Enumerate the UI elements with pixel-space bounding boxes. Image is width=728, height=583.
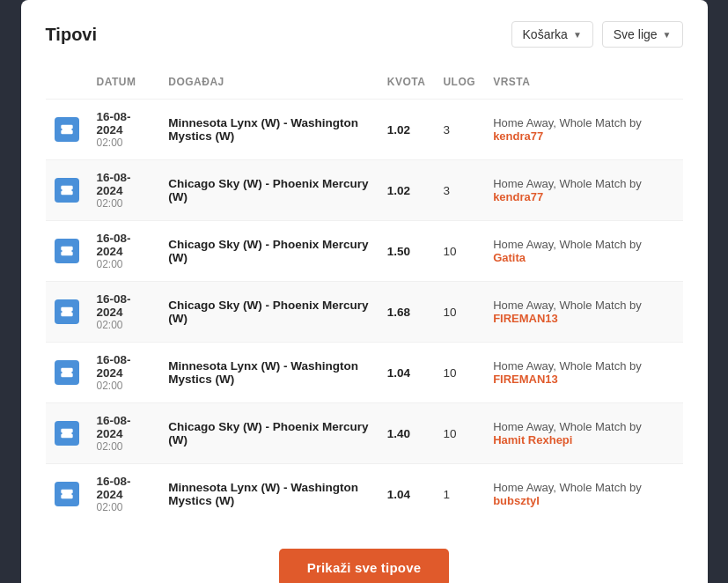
ticket-icon-cell (46, 282, 88, 343)
user-link[interactable]: Gatita (493, 251, 526, 264)
col-datum: DATUM (88, 69, 160, 100)
date-cell: 16-08-2024 02:00 (88, 100, 160, 160)
table-row: 16-08-2024 02:00 Chicago Sky (W) - Phoen… (46, 403, 683, 464)
ticket-svg (60, 426, 74, 440)
user-link[interactable]: kendra77 (493, 190, 543, 203)
date-value: 16-08-2024 (97, 353, 151, 380)
event-cell: Chicago Sky (W) - Phoenix Mercury (W) (159, 221, 379, 282)
kvota-cell: 1.50 (379, 221, 435, 282)
time-value: 02:00 (97, 137, 151, 149)
date-cell: 16-08-2024 02:00 (88, 221, 160, 282)
vrsta-cell: Home Away, Whole Match by kendra77 (484, 160, 682, 221)
date-value: 16-08-2024 (97, 110, 151, 137)
tipovi-table: DATUM DOGAĐAJ KVOTA ULOG VRSTA 16-08-202… (46, 69, 683, 524)
ulog-cell: 10 (434, 221, 484, 282)
col-icon (46, 69, 88, 100)
kvota-cell: 1.40 (379, 403, 435, 464)
date-cell: 16-08-2024 02:00 (88, 160, 160, 221)
table-row: 16-08-2024 02:00 Minnesota Lynx (W) - Wa… (46, 464, 683, 525)
user-link[interactable]: kendra77 (493, 129, 543, 143)
ticket-icon (55, 299, 79, 324)
ulog-cell: 10 (434, 282, 484, 343)
col-kvota: KVOTA (379, 69, 435, 100)
event-cell: Minnesota Lynx (W) - Washington Mystics … (159, 464, 379, 525)
date-value: 16-08-2024 (97, 414, 151, 440)
col-ulog: ULOG (434, 69, 484, 100)
chevron-down-icon: ▼ (573, 30, 582, 40)
filter-basketball[interactable]: Košarka ▼ (511, 21, 593, 48)
page-title: Tipovi (46, 25, 98, 45)
ticket-svg (60, 487, 74, 501)
ulog-cell: 3 (434, 160, 484, 221)
table-row: 16-08-2024 02:00 Chicago Sky (W) - Phoen… (46, 282, 683, 343)
col-dogadjaj: DOGAĐAJ (159, 69, 379, 100)
vrsta-cell: Home Away, Whole Match by FIREMAN13 (484, 343, 682, 403)
ulog-cell: 3 (434, 100, 484, 160)
time-value: 02:00 (97, 197, 151, 210)
date-cell: 16-08-2024 02:00 (88, 282, 160, 343)
date-value: 16-08-2024 (97, 232, 151, 258)
time-value: 02:00 (97, 258, 151, 270)
ulog-cell: 1 (434, 464, 484, 525)
vrsta-cell: Home Away, Whole Match by Gatita (484, 221, 682, 282)
user-link[interactable]: bubsztyl (493, 494, 540, 507)
ticket-icon-cell (46, 100, 88, 160)
ticket-svg (60, 305, 74, 319)
event-cell: Minnesota Lynx (W) - Washington Mystics … (159, 100, 379, 160)
ticket-icon (55, 178, 79, 203)
ticket-icon-cell (46, 221, 88, 282)
user-link[interactable]: FIREMAN13 (493, 373, 558, 386)
ticket-icon (55, 482, 79, 506)
kvota-cell: 1.04 (379, 343, 435, 403)
user-link[interactable]: FIREMAN13 (493, 312, 558, 325)
filter-group: Košarka ▼ Sve lige ▼ (511, 21, 683, 48)
date-cell: 16-08-2024 02:00 (88, 343, 160, 403)
ticket-svg (60, 183, 74, 197)
table-row: 16-08-2024 02:00 Minnesota Lynx (W) - Wa… (46, 343, 683, 403)
date-value: 16-08-2024 (97, 171, 151, 197)
time-value: 02:00 (97, 501, 151, 513)
date-cell: 16-08-2024 02:00 (88, 464, 160, 525)
table-row: 16-08-2024 02:00 Chicago Sky (W) - Phoen… (46, 221, 683, 282)
ticket-icon (55, 360, 79, 385)
ticket-icon (55, 239, 79, 263)
user-link[interactable]: Hamit Rexhepi (493, 433, 572, 446)
ticket-svg (60, 365, 74, 380)
vrsta-cell: Home Away, Whole Match by kendra77 (484, 100, 682, 160)
event-cell: Minnesota Lynx (W) - Washington Mystics … (159, 343, 379, 403)
ticket-svg (60, 122, 74, 137)
kvota-cell: 1.02 (379, 160, 435, 221)
vrsta-cell: Home Away, Whole Match by bubsztyl (484, 464, 682, 525)
vrsta-cell: Home Away, Whole Match by Hamit Rexhepi (484, 403, 682, 464)
ticket-icon (55, 421, 79, 446)
chevron-down-icon2: ▼ (663, 30, 672, 40)
kvota-cell: 1.68 (379, 282, 435, 343)
kvota-cell: 1.02 (379, 100, 435, 160)
table-row: 16-08-2024 02:00 Minnesota Lynx (W) - Wa… (46, 100, 683, 160)
ticket-icon-cell (46, 160, 88, 221)
ticket-icon-cell (46, 464, 88, 525)
table-row: 16-08-2024 02:00 Chicago Sky (W) - Phoen… (46, 160, 683, 221)
ulog-cell: 10 (434, 343, 484, 403)
kvota-cell: 1.04 (379, 464, 435, 525)
time-value: 02:00 (97, 319, 151, 331)
date-value: 16-08-2024 (97, 475, 151, 501)
ulog-cell: 10 (434, 403, 484, 464)
filter-leagues-label: Sve lige (614, 27, 658, 41)
filter-leagues[interactable]: Sve lige ▼ (602, 21, 683, 48)
main-card: Tipovi Košarka ▼ Sve lige ▼ DATUM DOGAĐA… (21, 0, 708, 583)
ticket-icon (55, 117, 79, 142)
card-header: Tipovi Košarka ▼ Sve lige ▼ (46, 21, 683, 48)
col-vrsta: VRSTA (484, 69, 682, 100)
time-value: 02:00 (97, 380, 151, 392)
time-value: 02:00 (97, 440, 151, 453)
ticket-icon-cell (46, 403, 88, 464)
event-cell: Chicago Sky (W) - Phoenix Mercury (W) (159, 282, 379, 343)
ticket-svg (60, 244, 74, 258)
ticket-icon-cell (46, 343, 88, 403)
show-all-button[interactable]: Prikaži sve tipove (279, 549, 450, 583)
date-cell: 16-08-2024 02:00 (88, 403, 160, 464)
event-cell: Chicago Sky (W) - Phoenix Mercury (W) (159, 160, 379, 221)
date-value: 16-08-2024 (97, 292, 151, 319)
vrsta-cell: Home Away, Whole Match by FIREMAN13 (484, 282, 682, 343)
